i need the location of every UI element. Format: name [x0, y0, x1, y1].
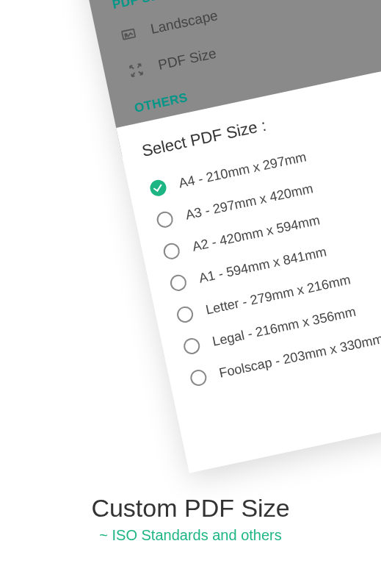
radio-icon — [156, 210, 175, 229]
radio-icon — [169, 273, 188, 293]
radio-icon — [182, 337, 201, 356]
radio-icon — [162, 242, 181, 261]
caption-subtitle: ~ ISO Standards and others — [0, 527, 381, 544]
phone-screenshot: Clear History PDF SETTINGS Landscape PDF… — [73, 0, 381, 473]
radio-selected-icon — [148, 179, 167, 198]
caption-title: Custom PDF Size — [0, 494, 381, 523]
setting-label: Landscape — [149, 7, 219, 37]
landscape-icon — [117, 23, 140, 46]
radio-icon — [189, 368, 208, 387]
expand-icon — [125, 59, 148, 82]
promo-caption: Custom PDF Size ~ ISO Standards and othe… — [0, 494, 381, 544]
radio-icon — [175, 305, 195, 324]
svg-rect-1 — [122, 29, 135, 39]
setting-label: PDF Size — [157, 46, 218, 74]
